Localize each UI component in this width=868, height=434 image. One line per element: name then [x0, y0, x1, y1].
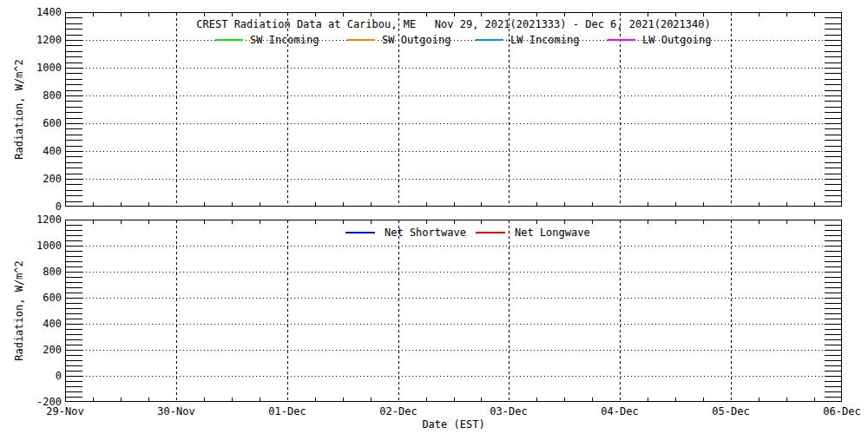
crest-radiation-chart: CREST Radiation Data at Caribou, ME Nov … [0, 0, 868, 434]
legend-label: SW Incoming [250, 34, 319, 46]
x-tick-label: 06-Dec [805, 405, 868, 418]
legend-line-sample [476, 232, 505, 233]
x-tick-label: 29-Nov [28, 405, 102, 418]
y-tick-label: 1200 [8, 34, 62, 46]
legend-line-sample [347, 39, 375, 41]
plot-border [66, 220, 842, 402]
legend-label: SW Outgoing [382, 34, 450, 46]
legend-line-sample [476, 39, 503, 41]
y-tick-label: 1000 [8, 62, 62, 74]
legend-line-sample [608, 39, 635, 41]
x-tick-label: 03-Dec [471, 405, 546, 418]
y-tick-label: 1000 [8, 240, 62, 252]
y-tick-label: 400 [8, 145, 62, 157]
x-tick-label: 02-Dec [361, 405, 436, 418]
x-tick-label: 01-Dec [250, 405, 325, 418]
legend-label: Net Shortwave [385, 227, 466, 239]
legend-label: Net Longwave [515, 227, 590, 239]
x-tick-label: 05-Dec [694, 405, 768, 418]
axes-canvas [0, 0, 868, 434]
y-tick-label: 200 [8, 173, 62, 185]
y-tick-label: 1400 [8, 6, 62, 18]
legend-label: LW Incoming [510, 34, 579, 46]
y-tick-label: 600 [8, 292, 62, 304]
x-tick-label: 04-Dec [582, 405, 657, 418]
legend-label: LW Outgoing [642, 34, 711, 46]
y-tick-label: 200 [8, 344, 62, 356]
x-axis-label: Date (EST) [65, 418, 842, 431]
legend-line-sample [215, 39, 243, 41]
y-tick-label: 0 [8, 201, 62, 213]
y-tick-label: 600 [8, 117, 62, 129]
y-tick-label: 800 [8, 266, 62, 278]
chart-title: CREST Radiation Data at Caribou, ME Nov … [65, 18, 842, 30]
y-tick-label: 400 [8, 318, 62, 330]
x-tick-label: 30-Nov [139, 405, 214, 418]
y-tick-label: 0 [8, 370, 62, 382]
y-tick-label: 1200 [8, 214, 62, 226]
y-tick-label: 800 [8, 89, 62, 102]
plot-border [66, 13, 842, 207]
legend-line-sample [345, 232, 375, 233]
